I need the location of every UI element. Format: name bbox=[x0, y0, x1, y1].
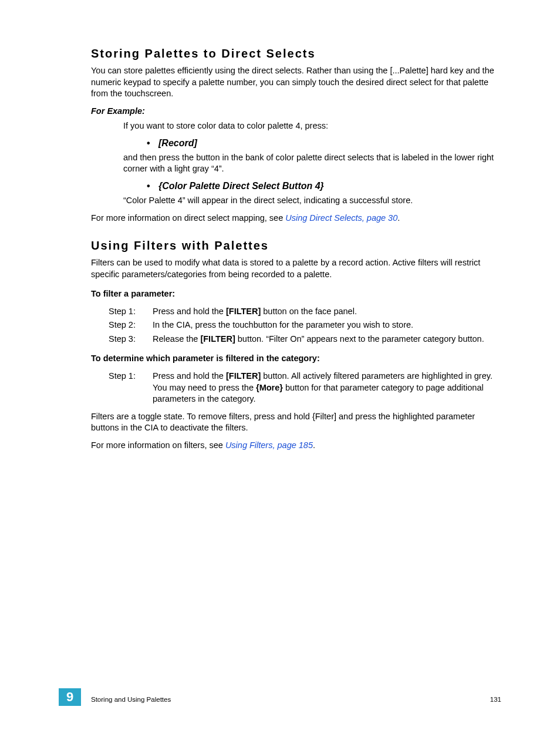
step-text-pre: Release the bbox=[153, 334, 200, 344]
step-label: Step 3: bbox=[109, 334, 153, 345]
bullet-color-palette: • {Color Palette Direct Select Button 4} bbox=[147, 181, 501, 191]
page-number: 131 bbox=[490, 696, 501, 703]
step-text: Press and hold the [FILTER] button on th… bbox=[153, 306, 501, 318]
more-info-pre-1: For more information on direct select ma… bbox=[91, 213, 285, 223]
step-text-bold2: {More} bbox=[256, 383, 283, 392]
page-content: Storing Palettes to Direct Selects You c… bbox=[91, 47, 501, 457]
step-label: Step 2: bbox=[109, 319, 153, 331]
more-info-1: For more information on direct select ma… bbox=[91, 213, 501, 224]
footer-title: Storing and Using Palettes bbox=[91, 696, 171, 703]
step-row: Step 2: In the CIA, press the touchbutto… bbox=[109, 319, 501, 331]
heading-storing-palettes: Storing Palettes to Direct Selects bbox=[91, 47, 501, 60]
more-info-pre-2: For more information on filters, see bbox=[91, 440, 225, 450]
bullet-icon: • bbox=[147, 181, 158, 191]
example-mid: and then press the button in the bank of… bbox=[123, 152, 501, 175]
steps-determine: Step 1: Press and hold the [FILTER] butt… bbox=[109, 371, 501, 405]
bullet-icon: • bbox=[147, 138, 158, 149]
toggle-paragraph: Filters are a toggle state. To remove fi… bbox=[91, 411, 501, 434]
more-info-2: For more information on filters, see Usi… bbox=[91, 440, 501, 452]
step-text: Press and hold the [FILTER] button. All … bbox=[153, 371, 501, 405]
step-text-bold: [FILTER] bbox=[200, 334, 235, 344]
link-direct-selects[interactable]: Using Direct Selects, page 30 bbox=[285, 213, 397, 223]
link-using-filters[interactable]: Using Filters, page 185 bbox=[225, 440, 313, 450]
intro-paragraph-2: Filters can be used to modify what data … bbox=[91, 257, 501, 280]
step-text-pre: Press and hold the bbox=[153, 371, 226, 381]
filter-parameter-label: To filter a parameter: bbox=[91, 288, 501, 300]
example-result: “Color Palette 4” will appear in the dir… bbox=[123, 195, 501, 207]
bullet-text-2: {Color Palette Direct Select Button 4} bbox=[158, 181, 324, 191]
bullet-record: • [Record] bbox=[147, 138, 501, 149]
more-info-post-1: . bbox=[397, 213, 400, 223]
step-label: Step 1: bbox=[109, 306, 153, 318]
step-row: Step 1: Press and hold the [FILTER] butt… bbox=[109, 306, 501, 318]
step-text-bold: [FILTER] bbox=[226, 307, 261, 316]
page-footer: 9 Storing and Using Palettes 131 bbox=[0, 688, 560, 706]
steps-filter-parameter: Step 1: Press and hold the [FILTER] butt… bbox=[109, 306, 501, 345]
heading-using-filters: Using Filters with Palettes bbox=[91, 239, 501, 253]
step-text-post: button on the face panel. bbox=[261, 307, 357, 316]
step-text-post: button. “Filter On” appears next to the … bbox=[235, 334, 484, 344]
intro-paragraph-1: You can store palettes efficiently using… bbox=[91, 65, 501, 100]
step-text-bold1: [FILTER] bbox=[226, 371, 261, 381]
chapter-number-badge: 9 bbox=[59, 688, 81, 706]
bullet-text-1: [Record] bbox=[158, 138, 197, 149]
step-text: Release the [FILTER] button. “Filter On”… bbox=[153, 334, 501, 345]
step-row: Step 1: Press and hold the [FILTER] butt… bbox=[109, 371, 501, 405]
for-example-label: For Example: bbox=[91, 106, 501, 117]
example-intro: If you want to store color data to color… bbox=[123, 120, 501, 132]
step-row: Step 3: Release the [FILTER] button. “Fi… bbox=[109, 334, 501, 345]
step-text: In the CIA, press the touchbutton for th… bbox=[153, 319, 501, 331]
more-info-post-2: . bbox=[313, 440, 315, 450]
step-text-pre: Press and hold the bbox=[153, 307, 226, 316]
determine-label: To determine which parameter is filtered… bbox=[91, 353, 501, 365]
step-label: Step 1: bbox=[109, 371, 153, 405]
